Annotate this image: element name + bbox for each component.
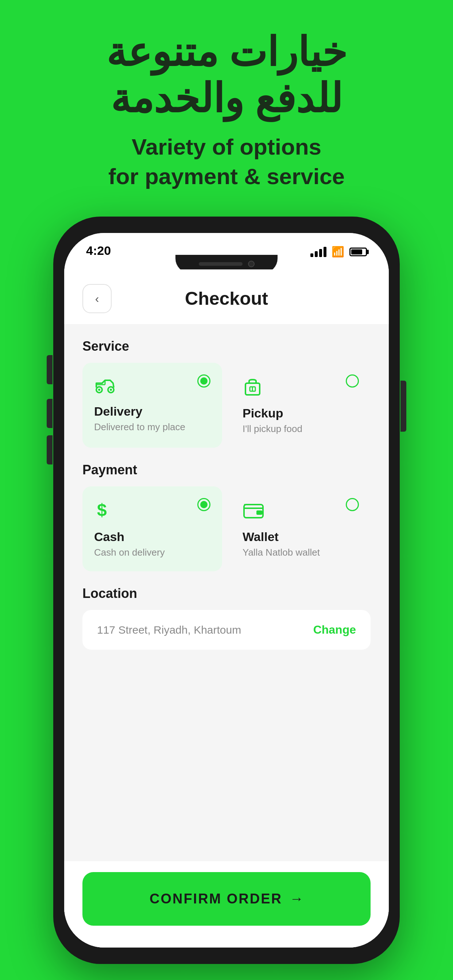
phone-screen: 4:20 📶 (64, 233, 389, 948)
status-time: 4:20 (86, 243, 111, 258)
pickup-option[interactable]: Pickup I'll pickup food (231, 363, 370, 448)
content-spacer (83, 664, 370, 774)
delivery-icon (94, 376, 211, 398)
bottom-area: CONFIRM ORDER → (64, 861, 389, 948)
delivery-name: Delivery (94, 404, 211, 418)
app-header: ‹ Checkout (64, 269, 389, 324)
arabic-title: خيارات متنوعة للدفع والخدمة (106, 29, 347, 121)
cash-radio (197, 498, 211, 511)
signal-bars-icon (310, 247, 327, 257)
wallet-option[interactable]: Wallet Yalla Natlob wallet (231, 486, 370, 571)
phone-mockup: 4:20 📶 (53, 216, 400, 964)
delivery-option[interactable]: Delivery Delivered to my place (83, 363, 222, 448)
notch-area (64, 262, 389, 269)
pickup-name: Pickup (242, 406, 359, 420)
back-button[interactable]: ‹ (83, 284, 112, 313)
back-arrow-icon: ‹ (95, 293, 99, 304)
wallet-name: Wallet (242, 530, 359, 544)
delivery-radio (197, 374, 211, 388)
svg-point-1 (98, 389, 100, 391)
wallet-desc: Yalla Natlob wallet (242, 547, 359, 558)
wallet-icon (242, 500, 359, 524)
svg-point-3 (110, 389, 112, 391)
battery-icon (349, 248, 367, 256)
cash-desc: Cash on delivery (94, 547, 211, 558)
service-section-label: Service (83, 339, 370, 354)
notch-speaker (199, 262, 242, 266)
delivery-desc: Delivered to my place (94, 422, 211, 433)
wallet-radio (346, 498, 359, 511)
scroll-content: Service (64, 324, 389, 861)
status-icons: 📶 (310, 246, 367, 258)
location-card: 117 Street, Riyadh, Khartoum Change (83, 610, 370, 650)
pickup-radio (346, 374, 359, 388)
confirm-order-button[interactable]: CONFIRM ORDER → (83, 872, 370, 926)
payment-options-row: $ Cash Cash on delivery (83, 486, 370, 571)
pickup-icon (242, 376, 359, 400)
wifi-icon: 📶 (332, 246, 344, 258)
location-text: 117 Street, Riyadh, Khartoum (97, 624, 241, 636)
payment-section-label: Payment (83, 462, 370, 477)
confirm-order-label: CONFIRM ORDER (150, 891, 282, 907)
header-section: خيارات متنوعة للدفع والخدمة Variety of o… (84, 29, 369, 191)
change-location-button[interactable]: Change (313, 623, 356, 636)
notch-camera (248, 261, 255, 267)
pickup-desc: I'll pickup food (242, 423, 359, 434)
cash-icon: $ (94, 500, 211, 524)
checkout-title: Checkout (112, 288, 341, 309)
service-options-row: Delivery Delivered to my place (83, 363, 370, 448)
app-content: ‹ Checkout Service (64, 269, 389, 948)
svg-rect-8 (257, 511, 262, 515)
cash-name: Cash (94, 530, 211, 544)
phone-outer: 4:20 📶 (53, 216, 400, 964)
confirm-arrow-icon: → (290, 891, 303, 907)
cash-option[interactable]: $ Cash Cash on delivery (83, 486, 222, 571)
location-section-label: Location (83, 586, 370, 601)
svg-text:$: $ (97, 500, 107, 520)
english-subtitle: Variety of options for payment & service (106, 132, 347, 191)
